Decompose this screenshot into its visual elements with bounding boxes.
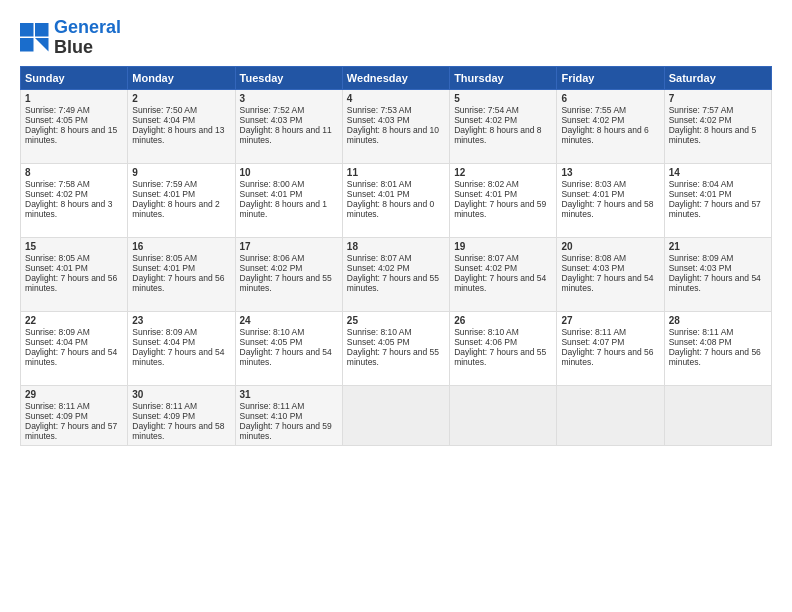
sunrise: Sunrise: 8:05 AM xyxy=(25,253,90,263)
calendar-cell xyxy=(664,385,771,445)
sunrise: Sunrise: 8:11 AM xyxy=(132,401,197,411)
sunset: Sunset: 4:01 PM xyxy=(25,263,88,273)
sunset: Sunset: 4:10 PM xyxy=(240,411,303,421)
sunset: Sunset: 4:02 PM xyxy=(25,189,88,199)
day-number: 6 xyxy=(561,93,659,104)
sunset: Sunset: 4:01 PM xyxy=(561,189,624,199)
daylight: Daylight: 8 hours and 1 minute. xyxy=(240,199,327,219)
daylight: Daylight: 8 hours and 3 minutes. xyxy=(25,199,112,219)
calendar-cell: 7Sunrise: 7:57 AMSunset: 4:02 PMDaylight… xyxy=(664,89,771,163)
col-saturday: Saturday xyxy=(664,66,771,89)
sunrise: Sunrise: 8:09 AM xyxy=(669,253,734,263)
sunrise: Sunrise: 8:10 AM xyxy=(347,327,412,337)
daylight: Daylight: 8 hours and 15 minutes. xyxy=(25,125,117,145)
day-number: 21 xyxy=(669,241,767,252)
day-number: 5 xyxy=(454,93,552,104)
calendar-cell: 5Sunrise: 7:54 AMSunset: 4:02 PMDaylight… xyxy=(450,89,557,163)
page: { "header": { "logo_line1": "General", "… xyxy=(0,0,792,612)
sunrise: Sunrise: 8:09 AM xyxy=(132,327,197,337)
day-number: 3 xyxy=(240,93,338,104)
calendar-cell: 15Sunrise: 8:05 AMSunset: 4:01 PMDayligh… xyxy=(21,237,128,311)
sunset: Sunset: 4:05 PM xyxy=(25,115,88,125)
daylight: Daylight: 8 hours and 0 minutes. xyxy=(347,199,434,219)
daylight: Daylight: 8 hours and 11 minutes. xyxy=(240,125,332,145)
sunrise: Sunrise: 7:58 AM xyxy=(25,179,90,189)
sunrise: Sunrise: 8:08 AM xyxy=(561,253,626,263)
daylight: Daylight: 7 hours and 54 minutes. xyxy=(669,273,761,293)
sunrise: Sunrise: 7:53 AM xyxy=(347,105,412,115)
calendar-cell: 23Sunrise: 8:09 AMSunset: 4:04 PMDayligh… xyxy=(128,311,235,385)
daylight: Daylight: 7 hours and 57 minutes. xyxy=(669,199,761,219)
day-number: 8 xyxy=(25,167,123,178)
day-number: 31 xyxy=(240,389,338,400)
day-number: 28 xyxy=(669,315,767,326)
sunset: Sunset: 4:01 PM xyxy=(132,263,195,273)
calendar-cell: 10Sunrise: 8:00 AMSunset: 4:01 PMDayligh… xyxy=(235,163,342,237)
day-number: 24 xyxy=(240,315,338,326)
daylight: Daylight: 8 hours and 5 minutes. xyxy=(669,125,756,145)
col-tuesday: Tuesday xyxy=(235,66,342,89)
daylight: Daylight: 7 hours and 56 minutes. xyxy=(132,273,224,293)
calendar-cell: 4Sunrise: 7:53 AMSunset: 4:03 PMDaylight… xyxy=(342,89,449,163)
daylight: Daylight: 7 hours and 54 minutes. xyxy=(132,347,224,367)
calendar-cell: 13Sunrise: 8:03 AMSunset: 4:01 PMDayligh… xyxy=(557,163,664,237)
daylight: Daylight: 7 hours and 56 minutes. xyxy=(561,347,653,367)
sunrise: Sunrise: 8:02 AM xyxy=(454,179,519,189)
sunrise: Sunrise: 8:07 AM xyxy=(454,253,519,263)
logo-text: GeneralBlue xyxy=(54,18,121,58)
sunset: Sunset: 4:09 PM xyxy=(132,411,195,421)
day-number: 16 xyxy=(132,241,230,252)
day-number: 26 xyxy=(454,315,552,326)
daylight: Daylight: 8 hours and 8 minutes. xyxy=(454,125,541,145)
daylight: Daylight: 7 hours and 56 minutes. xyxy=(25,273,117,293)
col-friday: Friday xyxy=(557,66,664,89)
svg-marker-3 xyxy=(35,38,49,52)
sunrise: Sunrise: 8:03 AM xyxy=(561,179,626,189)
calendar-cell: 8Sunrise: 7:58 AMSunset: 4:02 PMDaylight… xyxy=(21,163,128,237)
sunrise: Sunrise: 8:07 AM xyxy=(347,253,412,263)
sunset: Sunset: 4:02 PM xyxy=(669,115,732,125)
calendar-cell: 20Sunrise: 8:08 AMSunset: 4:03 PMDayligh… xyxy=(557,237,664,311)
day-number: 22 xyxy=(25,315,123,326)
svg-rect-1 xyxy=(35,23,49,37)
calendar-cell: 19Sunrise: 8:07 AMSunset: 4:02 PMDayligh… xyxy=(450,237,557,311)
day-number: 18 xyxy=(347,241,445,252)
calendar-cell: 30Sunrise: 8:11 AMSunset: 4:09 PMDayligh… xyxy=(128,385,235,445)
sunrise: Sunrise: 8:00 AM xyxy=(240,179,305,189)
sunrise: Sunrise: 8:10 AM xyxy=(454,327,519,337)
sunset: Sunset: 4:07 PM xyxy=(561,337,624,347)
day-number: 29 xyxy=(25,389,123,400)
sunrise: Sunrise: 8:10 AM xyxy=(240,327,305,337)
sunrise: Sunrise: 8:11 AM xyxy=(240,401,305,411)
daylight: Daylight: 7 hours and 54 minutes. xyxy=(561,273,653,293)
day-number: 12 xyxy=(454,167,552,178)
sunset: Sunset: 4:01 PM xyxy=(132,189,195,199)
sunset: Sunset: 4:02 PM xyxy=(561,115,624,125)
svg-rect-2 xyxy=(20,38,34,52)
calendar-cell: 6Sunrise: 7:55 AMSunset: 4:02 PMDaylight… xyxy=(557,89,664,163)
calendar-cell: 24Sunrise: 8:10 AMSunset: 4:05 PMDayligh… xyxy=(235,311,342,385)
header: GeneralBlue xyxy=(20,18,772,58)
sunset: Sunset: 4:01 PM xyxy=(454,189,517,199)
day-number: 30 xyxy=(132,389,230,400)
day-number: 1 xyxy=(25,93,123,104)
sunset: Sunset: 4:03 PM xyxy=(347,115,410,125)
calendar-cell: 11Sunrise: 8:01 AMSunset: 4:01 PMDayligh… xyxy=(342,163,449,237)
day-number: 4 xyxy=(347,93,445,104)
day-number: 2 xyxy=(132,93,230,104)
calendar-cell: 18Sunrise: 8:07 AMSunset: 4:02 PMDayligh… xyxy=(342,237,449,311)
day-number: 13 xyxy=(561,167,659,178)
sunset: Sunset: 4:03 PM xyxy=(240,115,303,125)
sunset: Sunset: 4:05 PM xyxy=(240,337,303,347)
sunrise: Sunrise: 7:54 AM xyxy=(454,105,519,115)
sunrise: Sunrise: 7:55 AM xyxy=(561,105,626,115)
sunrise: Sunrise: 8:04 AM xyxy=(669,179,734,189)
daylight: Daylight: 7 hours and 59 minutes. xyxy=(240,421,332,441)
sunrise: Sunrise: 7:49 AM xyxy=(25,105,90,115)
col-monday: Monday xyxy=(128,66,235,89)
sunrise: Sunrise: 8:11 AM xyxy=(669,327,734,337)
calendar-cell: 2Sunrise: 7:50 AMSunset: 4:04 PMDaylight… xyxy=(128,89,235,163)
col-sunday: Sunday xyxy=(21,66,128,89)
day-number: 27 xyxy=(561,315,659,326)
calendar-cell: 12Sunrise: 8:02 AMSunset: 4:01 PMDayligh… xyxy=(450,163,557,237)
